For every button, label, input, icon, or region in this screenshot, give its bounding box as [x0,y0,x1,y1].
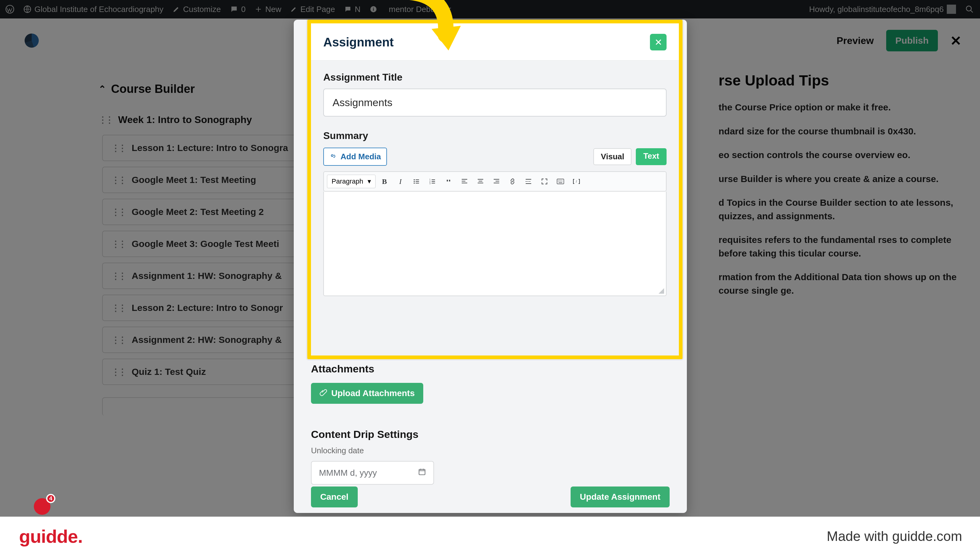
svg-text:3: 3 [429,183,431,184]
format-select-label: Paragraph [332,178,363,186]
bold-button[interactable]: B [377,175,391,189]
shortcode-button[interactable]: / [569,175,584,189]
assignment-modal-highlight: Assignment ✕ Assignment Title Summary Ad… [307,20,682,359]
link-button[interactable] [505,175,519,189]
numbered-list-button[interactable]: 123 [425,175,440,189]
content-drip-heading: Content Drip Settings [311,428,670,440]
upload-attachments-label: Upload Attachments [331,388,415,398]
badge-count: 4 [46,494,55,503]
modal-close-button[interactable]: ✕ [650,34,666,50]
calendar-icon [418,468,426,478]
align-center-button[interactable] [474,175,488,189]
add-media-label: Add Media [341,152,381,162]
assignment-title-input[interactable] [323,89,666,116]
modal-header: Assignment ✕ [311,23,679,61]
svg-text:/: / [576,180,577,183]
resize-handle-icon[interactable] [658,288,664,294]
svg-point-7 [414,179,415,181]
svg-rect-5 [419,469,425,475]
align-left-button[interactable] [458,175,472,189]
tab-text[interactable]: Text [636,148,666,165]
blockquote-button[interactable] [441,175,456,189]
keyboard-button[interactable] [553,175,568,189]
notification-badge[interactable]: 4 [34,494,55,516]
summary-editor[interactable] [323,192,666,296]
svg-point-6 [331,155,333,157]
modal-title: Assignment [323,36,394,49]
bullet-list-button[interactable] [409,175,424,189]
read-more-button[interactable] [521,175,535,189]
assignment-title-label: Assignment Title [323,72,666,83]
editor-toolbar: Paragraph ▾ B I 123 / [323,171,666,192]
svg-point-8 [414,181,415,182]
svg-point-9 [414,183,415,184]
format-select[interactable]: Paragraph ▾ [327,175,375,188]
guidde-attribution: Made with guidde.com [827,529,962,544]
update-assignment-button[interactable]: Update Assignment [571,486,670,508]
fullscreen-button[interactable] [537,175,551,189]
align-right-button[interactable] [489,175,503,189]
cancel-button[interactable]: Cancel [311,486,358,508]
upload-attachments-button[interactable]: Upload Attachments [311,383,423,404]
add-media-button[interactable]: Add Media [323,148,387,166]
date-placeholder: MMMM d, yyyy [319,468,377,478]
tab-visual[interactable]: Visual [593,148,631,165]
caret-down-icon: ▾ [367,178,371,186]
attachments-heading: Attachments [311,363,670,375]
media-icon [330,152,337,162]
italic-button[interactable]: I [393,175,408,189]
unlocking-date-label: Unlocking date [311,446,670,456]
paperclip-icon [320,388,327,398]
guidde-footer: guidde. Made with guidde.com [0,517,980,556]
guidde-logo: guidde. [19,526,82,547]
summary-label: Summary [323,130,666,141]
